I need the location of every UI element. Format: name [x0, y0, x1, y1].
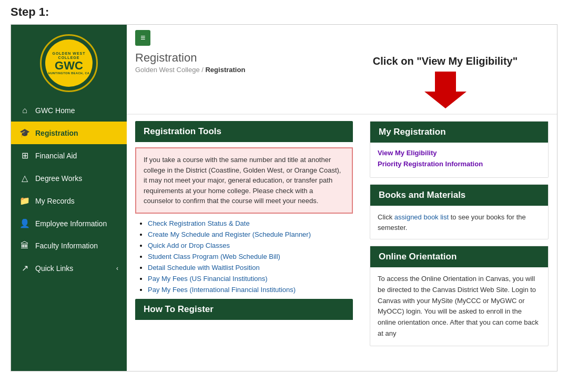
- annotation-text: Click on "View My Eligibility": [342, 51, 549, 69]
- sidebar-label-degree-works: Degree Works: [35, 174, 118, 183]
- list-item: Create My Schedule and Register (Schedul…: [148, 230, 353, 238]
- how-to-register-header: How To Register: [135, 299, 353, 320]
- breadcrumb-current: Registration: [205, 66, 245, 74]
- breadcrumb-separator: /: [201, 66, 204, 74]
- menu-button[interactable]: ≡: [135, 30, 150, 46]
- down-arrow-icon: [424, 72, 466, 108]
- logo-inner: GOLDEN WEST COLLEGE GWC HUNTINGTON BEACH…: [45, 39, 93, 87]
- online-text: To access the Online Orientation in Canv…: [378, 275, 539, 337]
- my-registration-header: My Registration: [370, 122, 548, 143]
- registration-links-list: Check Registration Status & Date Create …: [135, 219, 353, 294]
- pay-fees-us-link[interactable]: Pay My Fees (US Financial Institutions): [148, 275, 268, 283]
- sidebar-label-employee-information: Employee Information: [35, 219, 118, 228]
- eligibility-links: View My Eligibility Priority Registratio…: [370, 143, 548, 177]
- list-item: Student Class Program (Web Schedule Bill…: [148, 252, 353, 260]
- logo-gwc: GWC: [55, 60, 83, 72]
- sidebar-item-employee-information[interactable]: 👤 Employee Information: [11, 212, 127, 235]
- list-item: Quick Add or Drop Classes: [148, 241, 353, 249]
- books-text-before: Click: [378, 213, 394, 221]
- step-label: Step 1:: [11, 5, 557, 19]
- books-materials-header: Books and Materials: [370, 185, 548, 206]
- breadcrumb: Golden West College / Registration: [135, 66, 342, 74]
- outer-wrapper: Step 1: GOLDEN WEST COLLEGE GWC HUNTINGT…: [0, 0, 568, 382]
- right-column: My Registration View My Eligibility Prio…: [370, 121, 549, 365]
- logo-text-bottom: HUNTINGTON BEACH, CA: [48, 72, 90, 75]
- quick-links-icon: ↗: [19, 263, 30, 273]
- home-icon: ⌂: [19, 106, 30, 115]
- detail-schedule-link[interactable]: Detail Schedule with Waitlist Position: [148, 264, 260, 272]
- graduation-icon: 🎓: [19, 128, 30, 138]
- list-item: Pay My Fees (US Financial Institutions): [148, 274, 353, 283]
- chevron-left-icon: ‹: [116, 265, 118, 272]
- degree-icon: △: [19, 173, 30, 183]
- online-orientation-header: Online Orientation: [370, 246, 548, 267]
- sidebar-label-registration: Registration: [35, 129, 118, 137]
- books-materials-section: Books and Materials Click assigned book …: [370, 184, 549, 239]
- list-item: Check Registration Status & Date: [148, 219, 353, 227]
- create-schedule-link[interactable]: Create My Schedule and Register (Schedul…: [148, 230, 311, 238]
- sidebar: GOLDEN WEST COLLEGE GWC HUNTINGTON BEACH…: [11, 25, 127, 371]
- left-column: Registration Tools If you take a course …: [135, 121, 361, 365]
- logo-circle: GOLDEN WEST COLLEGE GWC HUNTINGTON BEACH…: [40, 34, 98, 92]
- check-registration-link[interactable]: Check Registration Status & Date: [148, 219, 250, 227]
- quick-add-drop-link[interactable]: Quick Add or Drop Classes: [148, 242, 230, 249]
- online-orientation-content: To access the Online Orientation in Canv…: [370, 267, 548, 346]
- page-container: GOLDEN WEST COLLEGE GWC HUNTINGTON BEACH…: [11, 24, 557, 371]
- sidebar-item-my-records[interactable]: 📁 My Records: [11, 189, 127, 212]
- sidebar-label-quick-links: Quick Links: [35, 264, 111, 273]
- sidebar-label-faculty-information: Faculty Information: [35, 242, 118, 250]
- sidebar-nav: ⌂ GWC Home 🎓 Registration ⊞ Financial Ai…: [11, 99, 127, 279]
- sidebar-label-my-records: My Records: [35, 197, 118, 205]
- student-class-program-link[interactable]: Student Class Program (Web Schedule Bill…: [148, 253, 280, 260]
- employee-icon: 👤: [19, 218, 30, 228]
- sidebar-item-gwc-home[interactable]: ⌂ GWC Home: [11, 99, 127, 122]
- breadcrumb-home[interactable]: Golden West College: [135, 66, 200, 74]
- sidebar-label-financial-aid: Financial Aid: [35, 152, 118, 160]
- sidebar-item-faculty-information[interactable]: 🏛 Faculty Information: [11, 235, 127, 257]
- svg-marker-0: [424, 72, 466, 108]
- sidebar-item-degree-works[interactable]: △ Degree Works: [11, 167, 127, 189]
- main-content: ≡ Registration Golden West College / Reg…: [127, 25, 557, 371]
- sidebar-item-registration[interactable]: 🎓 Registration: [11, 122, 127, 144]
- list-item: Detail Schedule with Waitlist Position: [148, 263, 353, 272]
- my-registration-section: My Registration View My Eligibility Prio…: [370, 121, 549, 178]
- registration-tools-header: Registration Tools: [135, 121, 353, 142]
- sidebar-logo: GOLDEN WEST COLLEGE GWC HUNTINGTON BEACH…: [11, 25, 127, 99]
- page-title: Registration: [135, 51, 342, 65]
- books-content: Click assigned book list to see your boo…: [370, 206, 548, 239]
- warning-text: If you take a course with the same numbe…: [144, 156, 341, 205]
- main-header: ≡ Registration Golden West College / Reg…: [127, 25, 557, 114]
- records-icon: 📁: [19, 196, 30, 206]
- list-item: Pay My Fees (International Financial Ins…: [148, 285, 353, 294]
- warning-box: If you take a course with the same numbe…: [135, 147, 353, 214]
- online-orientation-section: Online Orientation To access the Online …: [370, 246, 549, 346]
- sidebar-label-gwc-home: GWC Home: [35, 106, 118, 115]
- pay-fees-intl-link[interactable]: Pay My Fees (International Financial Ins…: [148, 286, 296, 294]
- view-eligibility-link[interactable]: View My Eligibility: [378, 149, 541, 157]
- assigned-book-list-link[interactable]: assigned book list: [394, 213, 449, 221]
- priority-registration-link[interactable]: Priority Registration Information: [378, 160, 541, 168]
- faculty-icon: 🏛: [19, 241, 30, 250]
- sidebar-item-financial-aid[interactable]: ⊞ Financial Aid: [11, 144, 127, 167]
- content-columns: Registration Tools If you take a course …: [127, 115, 557, 371]
- financial-aid-icon: ⊞: [19, 150, 30, 160]
- sidebar-item-quick-links[interactable]: ↗ Quick Links ‹: [11, 257, 127, 279]
